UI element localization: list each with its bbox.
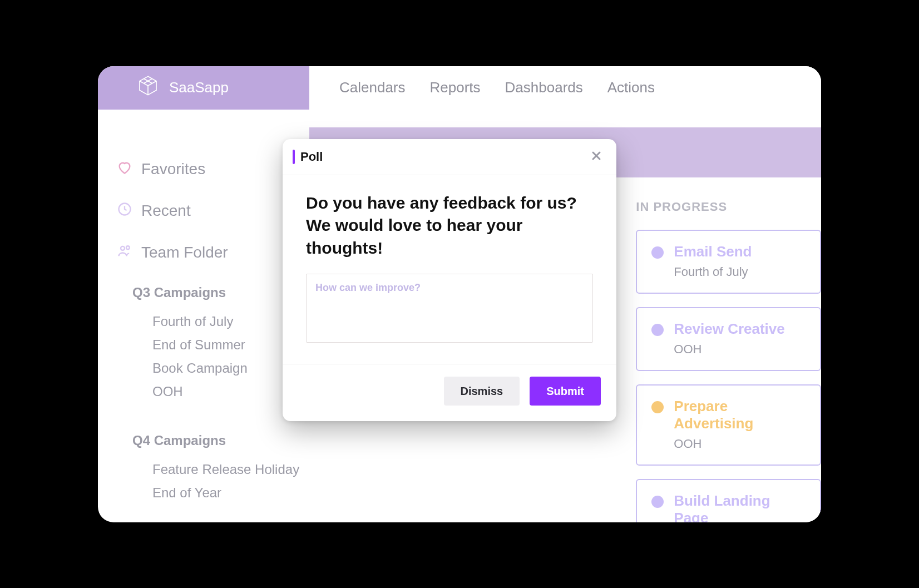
card-subtitle: OOH (674, 342, 806, 357)
poll-modal: Poll Do you have any feedback for us? We… (283, 139, 616, 422)
card-title: Review Creative (674, 320, 806, 338)
sidebar-item-recent[interactable]: Recent (117, 201, 309, 221)
kanban-card[interactable]: Email Send Fourth of July (636, 230, 821, 294)
status-dot-icon (651, 246, 664, 259)
top-nav: Calendars Reports Dashboards Actions (309, 66, 821, 110)
folder-heading-q4[interactable]: Q4 Campaigns (132, 433, 309, 448)
modal-header: Poll (283, 139, 616, 175)
card-title: Prepare Advertising (674, 398, 806, 432)
status-dot-icon (651, 324, 664, 336)
feedback-textarea[interactable] (306, 274, 593, 343)
close-icon[interactable] (590, 149, 603, 165)
sidebar-item-favorites[interactable]: Favorites (117, 160, 309, 179)
modal-body: Do you have any feedback for us? We woul… (283, 175, 616, 364)
card-subtitle: OOH (674, 437, 806, 451)
heart-icon (117, 160, 132, 179)
card-title: Build Landing Page (674, 492, 806, 522)
accent-bar-icon (293, 150, 295, 164)
folder-q4-items: Feature Release Holiday End of Year (152, 462, 309, 501)
clock-icon (117, 201, 132, 221)
sidebar-item-label: Team Folder (141, 244, 228, 261)
svg-point-2 (126, 246, 130, 249)
sidebar-item-label: Favorites (141, 160, 205, 178)
nav-calendars[interactable]: Calendars (339, 79, 406, 96)
poll-question: Do you have any feedback for us? We woul… (306, 192, 593, 260)
svg-point-1 (121, 246, 125, 250)
status-dot-icon (651, 401, 664, 413)
folder-item[interactable]: End of Year (152, 485, 309, 501)
logo-icon (137, 75, 159, 101)
kanban-column-in-progress: IN PROGRESS Email Send Fourth of July Re… (636, 200, 821, 522)
sidebar-item-label: Recent (141, 202, 191, 220)
status-dot-icon (651, 496, 664, 508)
kanban-card[interactable]: Build Landing Page (636, 479, 821, 522)
topbar: SaaSapp Calendars Reports Dashboards Act… (98, 66, 821, 110)
nav-dashboards[interactable]: Dashboards (505, 79, 583, 96)
modal-title-text: Poll (300, 150, 323, 164)
brand-name: SaaSapp (169, 79, 229, 96)
column-heading: IN PROGRESS (636, 200, 821, 214)
sidebar: Favorites Recent Team Folder Q3 Campaign… (98, 110, 309, 522)
modal-footer: Dismiss Submit (283, 364, 616, 421)
dismiss-button[interactable]: Dismiss (444, 377, 520, 406)
sidebar-item-team[interactable]: Team Folder (117, 243, 309, 263)
card-title: Email Send (674, 243, 806, 260)
modal-title: Poll (293, 150, 323, 164)
team-icon (117, 243, 132, 263)
card-subtitle: Fourth of July (674, 265, 806, 279)
nav-reports[interactable]: Reports (430, 79, 481, 96)
submit-button[interactable]: Submit (530, 377, 601, 406)
folder-item[interactable]: Feature Release Holiday (152, 462, 309, 477)
kanban-card[interactable]: Prepare Advertising OOH (636, 384, 821, 466)
kanban-card[interactable]: Review Creative OOH (636, 307, 821, 371)
brand: SaaSapp (98, 66, 309, 110)
nav-actions[interactable]: Actions (607, 79, 655, 96)
